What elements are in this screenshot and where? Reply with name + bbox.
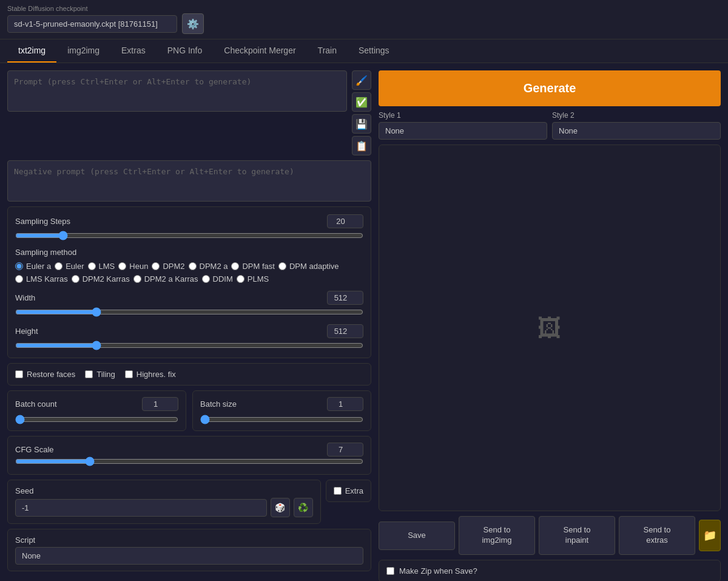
extra-options-row: Restore faces Tiling Highres. fix bbox=[7, 363, 371, 386]
sampling-method-label: Sampling method bbox=[15, 248, 363, 257]
radio-dpm2-a-karras[interactable]: DPM2 a Karras bbox=[133, 274, 198, 284]
styles-row: Style 1 None Style 2 None bbox=[379, 111, 721, 140]
tab-txt2img[interactable]: txt2img bbox=[7, 39, 56, 63]
batch-size-label: Batch size bbox=[200, 399, 237, 409]
seed-recycle-button[interactable]: ♻️ bbox=[294, 498, 313, 517]
style1-group: Style 1 None bbox=[379, 111, 547, 140]
radio-lms[interactable]: LMS bbox=[88, 262, 115, 271]
generate-section: Generate Style 1 None Style 2 None bbox=[379, 70, 721, 140]
check-icon: ✅ bbox=[356, 97, 368, 108]
batch-size-value[interactable] bbox=[327, 397, 363, 411]
script-section: Script None bbox=[7, 529, 371, 571]
negative-prompt-input[interactable] bbox=[7, 160, 371, 202]
radio-ddim[interactable]: DDIM bbox=[202, 274, 233, 284]
radio-lms-karras[interactable]: LMS Karras bbox=[15, 274, 68, 284]
script-select[interactable]: None bbox=[15, 547, 363, 565]
left-panel: 🖌️ ✅ 💾 📋 Sampling Steps bbox=[7, 70, 371, 581]
extra-checkbox[interactable] bbox=[334, 487, 342, 495]
action-buttons: Save Send to img2img Send to inpaint Sen… bbox=[379, 516, 721, 555]
seed-dice-button[interactable]: 🎲 bbox=[271, 498, 290, 517]
dice-icon: 🎲 bbox=[275, 503, 285, 512]
brush-icon: 🖌️ bbox=[356, 75, 368, 86]
radio-dpm2-karras[interactable]: DPM2 Karras bbox=[72, 274, 130, 284]
restore-faces-label: Restore faces bbox=[27, 370, 75, 379]
radio-dpm-fast[interactable]: DPM fast bbox=[231, 262, 274, 271]
paste-button[interactable]: 📋 bbox=[352, 136, 371, 155]
brush-button[interactable]: 🖌️ bbox=[352, 70, 371, 90]
tab-bar: txt2img img2img Extras PNG Info Checkpoi… bbox=[0, 39, 728, 63]
save-icon: 💾 bbox=[356, 118, 368, 130]
batch-count-slider[interactable] bbox=[15, 415, 178, 424]
radio-dpm2-a[interactable]: DPM2 a bbox=[189, 262, 228, 271]
width-slider[interactable] bbox=[15, 307, 363, 317]
batch-size-slider[interactable] bbox=[200, 415, 363, 424]
save-button[interactable]: Save bbox=[379, 522, 455, 550]
cfg-scale-slider[interactable] bbox=[15, 457, 363, 466]
make-zip-checkbox[interactable] bbox=[386, 567, 394, 575]
style2-group: Style 2 None bbox=[552, 111, 721, 140]
radio-plms[interactable]: PLMS bbox=[237, 274, 269, 284]
width-label: Width bbox=[15, 293, 35, 302]
restore-faces-checkbox[interactable] bbox=[15, 370, 23, 378]
folder-icon: 📁 bbox=[703, 529, 716, 542]
style1-select[interactable]: None bbox=[379, 122, 547, 140]
radio-euler-a[interactable]: Euler a bbox=[15, 262, 51, 271]
tab-pnginfo[interactable]: PNG Info bbox=[157, 39, 214, 63]
radio-euler[interactable]: Euler bbox=[55, 262, 84, 271]
sampling-method-options: Euler a Euler LMS Heun bbox=[15, 262, 363, 284]
open-folder-button[interactable]: 📁 bbox=[699, 520, 721, 551]
tab-checkpoint-merger[interactable]: Checkpoint Merger bbox=[213, 39, 306, 63]
make-zip-label: Make Zip when Save? bbox=[399, 566, 477, 576]
make-zip-row: Make Zip when Save? bbox=[379, 560, 721, 581]
seed-input[interactable] bbox=[15, 499, 267, 517]
radio-dpm2[interactable]: DPM2 bbox=[152, 262, 184, 271]
extra-box: Extra bbox=[326, 480, 371, 502]
tiling-label: Tiling bbox=[96, 370, 115, 379]
radio-dpm-adaptive[interactable]: DPM adaptive bbox=[278, 262, 339, 271]
checkpoint-refresh-button[interactable]: ⚙️ bbox=[182, 13, 204, 34]
batch-row: Batch count Batch size bbox=[7, 390, 371, 431]
check-button[interactable]: ✅ bbox=[352, 92, 371, 112]
generate-button[interactable]: Generate bbox=[379, 70, 721, 106]
tab-train[interactable]: Train bbox=[307, 39, 348, 63]
height-header: Height bbox=[15, 324, 363, 338]
tab-img2img[interactable]: img2img bbox=[56, 39, 110, 63]
tab-settings[interactable]: Settings bbox=[348, 39, 400, 63]
tiling-checkbox[interactable] bbox=[85, 370, 93, 378]
tab-extras[interactable]: Extras bbox=[110, 39, 157, 63]
positive-prompt-input[interactable] bbox=[7, 70, 347, 112]
height-value[interactable] bbox=[327, 324, 363, 338]
sampling-steps-value[interactable] bbox=[327, 214, 363, 228]
restore-faces-option[interactable]: Restore faces bbox=[15, 370, 75, 379]
save-style-button[interactable]: 💾 bbox=[352, 114, 371, 134]
highres-fix-checkbox[interactable] bbox=[125, 370, 133, 378]
extra-label: Extra bbox=[345, 486, 363, 495]
controls-section: Sampling Steps Sampling method Euler a E… bbox=[7, 206, 371, 358]
tiling-option[interactable]: Tiling bbox=[85, 370, 115, 379]
style1-label: Style 1 bbox=[379, 111, 547, 120]
send-inpaint-button[interactable]: Send to inpaint bbox=[539, 516, 615, 555]
prompt-side-buttons: 🖌️ ✅ 💾 📋 bbox=[352, 70, 371, 155]
batch-count-value[interactable] bbox=[142, 397, 178, 411]
width-header: Width bbox=[15, 291, 363, 305]
highres-fix-label: Highres. fix bbox=[136, 370, 176, 379]
top-bar: Stable Diffusion checkpoint sd-v1-5-prun… bbox=[0, 0, 728, 39]
sampling-steps-header: Sampling Steps bbox=[15, 214, 363, 228]
width-value[interactable] bbox=[327, 291, 363, 305]
send-extras-button[interactable]: Send to extras bbox=[619, 516, 695, 555]
height-slider[interactable] bbox=[15, 341, 363, 350]
sampling-steps-group: Sampling Steps bbox=[15, 214, 363, 240]
sampling-steps-slider[interactable] bbox=[15, 231, 363, 240]
style2-label: Style 2 bbox=[552, 111, 721, 120]
highres-fix-option[interactable]: Highres. fix bbox=[125, 370, 176, 379]
radio-heun[interactable]: Heun bbox=[118, 262, 148, 271]
batch-count-group: Batch count bbox=[7, 390, 186, 431]
cfg-scale-header: CFG Scale bbox=[15, 443, 363, 457]
paste-icon: 📋 bbox=[356, 140, 368, 152]
checkpoint-select[interactable]: sd-v1-5-pruned-emaonly.ckpt [81761151] bbox=[7, 15, 177, 33]
cfg-scale-value[interactable] bbox=[327, 443, 363, 457]
style2-select[interactable]: None bbox=[552, 122, 721, 140]
send-img2img-button[interactable]: Send to img2img bbox=[459, 516, 535, 555]
height-group: Height bbox=[15, 324, 363, 350]
cfg-scale-group: CFG Scale bbox=[7, 436, 371, 475]
